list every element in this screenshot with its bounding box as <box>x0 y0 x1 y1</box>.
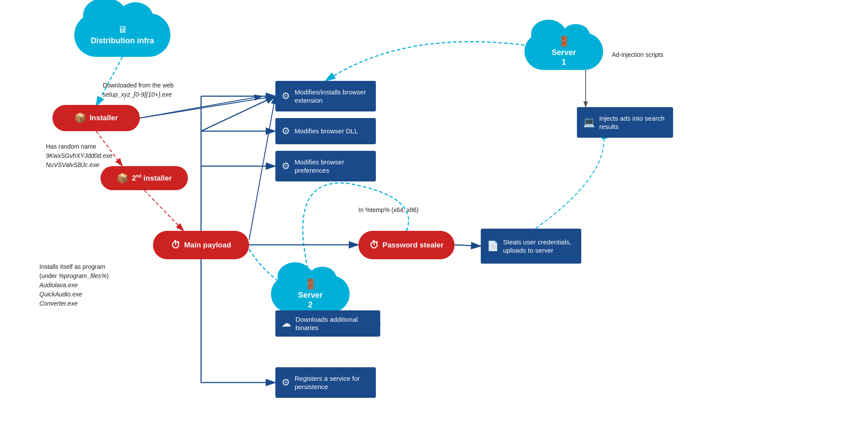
password-stealer-label: Password stealer <box>382 241 444 250</box>
server2-icon: 🚪 <box>305 278 316 290</box>
svg-line-2 <box>144 190 184 231</box>
installer2-icon: 📦 <box>117 173 128 184</box>
main-payload-pill: ⏱ Main payload <box>153 231 249 259</box>
password-stealer-pill: ⏱ Password stealer <box>358 231 455 259</box>
main-payload-label: Main payload <box>184 241 231 250</box>
box-steals-label: Steals user credentials, uploads to serv… <box>503 238 575 255</box>
label-has-random-name: Has random name 9KwxSGvhXYJdd0d.exeNuVSV… <box>46 142 113 170</box>
box-ext-icon: ⚙ <box>281 90 290 103</box>
svg-line-3 <box>249 96 275 240</box>
label-in-temp: In %temp% (x64, x86) <box>358 205 419 215</box>
box-injects-icon: 💻 <box>583 116 595 129</box>
installer-label: Installer <box>90 114 118 122</box>
box-dll-label: Modifies browser DLL <box>295 127 358 136</box>
server2-label: Server2 <box>298 291 323 310</box>
svg-line-6 <box>201 96 275 131</box>
label-random-files: 9KwxSGvhXYJdd0d.exeNuVSValvSBJc.exe <box>46 152 113 168</box>
label-program-files: Audiolava.exeQuickAudio.exeConverter.exe <box>39 282 82 307</box>
box-pref-icon: ⚙ <box>281 160 290 173</box>
box-service-icon: ⚙ <box>281 376 290 389</box>
installer-pill: 📦 Installer <box>52 105 140 131</box>
cloud-distrib-label: Distribution infra <box>91 36 154 46</box>
svg-line-4 <box>140 96 275 118</box>
diagram: 🖥 Distribution infra 🚪 Server1 🚪 Server2… <box>0 0 868 435</box>
main-payload-icon: ⏱ <box>171 240 181 251</box>
box-downloads-label: Downloads additional binaries <box>295 315 374 332</box>
server1-icon: 🚪 <box>558 36 570 47</box>
box-browser-extension: ⚙ Modifies/installs browser extension <box>275 81 376 111</box>
box-downloads-icon: ☁ <box>281 317 291 330</box>
box-injects-ads: 💻 Injects ads into search results <box>577 107 673 138</box>
svg-line-13 <box>455 245 481 246</box>
label-installs-itself: Installs itself as program(under %progra… <box>39 262 109 308</box>
label-filename: setup_xyz_[0-9]{10+}.exe <box>103 91 172 98</box>
installer2-pill: 📦 2nd installer <box>101 166 188 190</box>
box-service-label: Registers a service for persistence <box>295 374 370 391</box>
box-registers-service: ⚙ Registers a service for persistence <box>275 367 376 398</box>
arrows-layer <box>0 0 868 435</box>
box-browser-dll: ⚙ Modifies browser DLL <box>275 118 376 144</box>
label-downloaded-from-web: Downloaded from the web setup_xyz_[0-9]{… <box>103 81 174 99</box>
server1-cloud: 🚪 Server1 <box>524 33 603 70</box>
installer-icon: 📦 <box>74 112 86 124</box>
box-downloads-binaries: ☁ Downloads additional binaries <box>275 310 380 337</box>
label-ad-injection-scripts: Ad-injection scripts <box>612 50 663 59</box>
box-browser-preferences: ⚙ Modifies browser preferences <box>275 151 376 181</box>
box-dll-icon: ⚙ <box>281 125 290 138</box>
distribution-cloud: 🖥 Distribution infra <box>74 13 170 57</box>
cloud-distrib-icon: 🖥 <box>118 24 127 35</box>
installer2-label: 2nd installer <box>132 174 172 183</box>
server2-cloud: 🚪 Server2 <box>271 275 350 313</box>
box-pref-label: Modifies browser preferences <box>295 158 370 175</box>
box-ext-label: Modifies/installs browser extension <box>295 88 370 105</box>
password-stealer-icon: ⏱ <box>369 240 379 251</box>
box-injects-label: Injects ads into search results <box>599 114 667 131</box>
box-steals-credentials: 📄 Steals user credentials, uploads to se… <box>481 229 581 264</box>
box-steals-icon: 📄 <box>487 240 499 253</box>
server1-label: Server1 <box>552 48 576 67</box>
